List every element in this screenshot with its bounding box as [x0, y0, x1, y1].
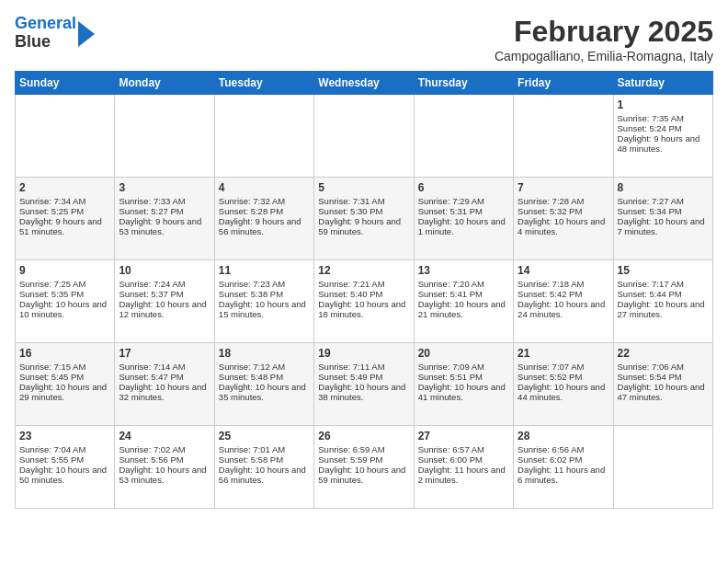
day-content: Daylight: 10 hours and 12 minutes. [119, 299, 210, 319]
page-header: General Blue February 2025 Campogalliano… [15, 15, 713, 63]
table-row: 14Sunrise: 7:18 AMSunset: 5:42 PMDayligh… [514, 260, 613, 343]
table-row: 17Sunrise: 7:14 AMSunset: 5:47 PMDayligh… [115, 343, 214, 426]
day-content: Daylight: 10 hours and 35 minutes. [219, 382, 310, 402]
day-content: Sunrise: 7:12 AM [219, 362, 310, 372]
day-number: 11 [219, 264, 310, 277]
day-content: Daylight: 9 hours and 53 minutes. [119, 216, 210, 236]
day-content: Sunset: 5:52 PM [518, 372, 609, 382]
table-row [214, 95, 313, 178]
day-content: Daylight: 10 hours and 15 minutes. [219, 299, 310, 319]
calendar-title: February 2025 [495, 15, 713, 49]
table-row: 11Sunrise: 7:23 AMSunset: 5:38 PMDayligh… [214, 260, 313, 343]
table-row [16, 95, 115, 178]
table-row: 26Sunrise: 6:59 AMSunset: 5:59 PMDayligh… [314, 426, 414, 509]
day-content: Daylight: 10 hours and 7 minutes. [618, 216, 709, 236]
table-row [514, 95, 613, 178]
day-content: Daylight: 10 hours and 10 minutes. [19, 299, 110, 319]
day-number: 27 [418, 430, 509, 442]
day-content: Sunrise: 7:20 AM [418, 279, 509, 289]
table-row: 16Sunrise: 7:15 AMSunset: 5:45 PMDayligh… [16, 343, 115, 426]
day-number: 23 [19, 430, 110, 442]
day-number: 10 [119, 264, 210, 277]
day-number: 14 [518, 264, 609, 277]
day-content: Daylight: 10 hours and 24 minutes. [518, 299, 609, 319]
day-content: Sunset: 5:30 PM [318, 206, 409, 216]
day-number: 16 [19, 347, 110, 360]
logo-line1: General [15, 14, 76, 32]
header-saturday: Saturday [613, 72, 712, 95]
day-number: 8 [618, 181, 709, 194]
table-row: 8Sunrise: 7:27 AMSunset: 5:34 PMDaylight… [613, 178, 712, 260]
day-content: Daylight: 10 hours and 41 minutes. [418, 382, 509, 402]
day-content: Sunrise: 7:04 AM [19, 444, 110, 454]
header-wednesday: Wednesday [314, 72, 414, 95]
day-content: Sunrise: 7:01 AM [219, 444, 310, 454]
header-tuesday: Tuesday [214, 72, 313, 95]
table-row: 21Sunrise: 7:07 AMSunset: 5:52 PMDayligh… [514, 343, 613, 426]
day-number: 21 [518, 347, 609, 360]
day-content: Sunset: 5:44 PM [618, 289, 709, 299]
calendar-subtitle: Campogalliano, Emilia-Romagna, Italy [495, 49, 713, 63]
table-row: 20Sunrise: 7:09 AMSunset: 5:51 PMDayligh… [414, 343, 513, 426]
day-number: 9 [19, 264, 110, 277]
day-content: Sunrise: 7:25 AM [19, 279, 110, 289]
calendar-header-row: Sunday Monday Tuesday Wednesday Thursday… [16, 72, 713, 95]
table-row: 22Sunrise: 7:06 AMSunset: 5:54 PMDayligh… [613, 343, 712, 426]
day-number: 1 [618, 98, 709, 111]
day-content: Sunset: 5:38 PM [219, 289, 310, 299]
day-content: Sunrise: 7:06 AM [618, 362, 709, 372]
table-row: 5Sunrise: 7:31 AMSunset: 5:30 PMDaylight… [314, 178, 414, 260]
day-content: Daylight: 10 hours and 21 minutes. [418, 299, 509, 319]
day-content: Daylight: 9 hours and 48 minutes. [618, 133, 709, 154]
day-content: Daylight: 10 hours and 1 minute. [418, 216, 509, 236]
day-content: Sunset: 5:37 PM [119, 289, 210, 299]
day-content: Daylight: 10 hours and 47 minutes. [618, 382, 709, 402]
day-content: Daylight: 11 hours and 2 minutes. [418, 465, 509, 485]
day-content: Sunrise: 7:28 AM [518, 196, 609, 206]
day-content: Sunrise: 7:11 AM [318, 362, 409, 372]
day-content: Sunrise: 6:56 AM [518, 444, 609, 454]
calendar-week-row: 2Sunrise: 7:34 AMSunset: 5:25 PMDaylight… [16, 178, 713, 260]
day-number: 19 [318, 347, 409, 360]
table-row: 10Sunrise: 7:24 AMSunset: 5:37 PMDayligh… [115, 260, 214, 343]
day-content: Daylight: 10 hours and 27 minutes. [618, 299, 709, 319]
table-row: 24Sunrise: 7:02 AMSunset: 5:56 PMDayligh… [115, 426, 214, 509]
day-content: Sunrise: 7:23 AM [219, 279, 310, 289]
table-row: 4Sunrise: 7:32 AMSunset: 5:28 PMDaylight… [214, 178, 313, 260]
day-number: 26 [318, 430, 409, 442]
day-number: 5 [318, 181, 409, 194]
day-content: Sunrise: 7:02 AM [119, 444, 210, 454]
title-block: February 2025 Campogalliano, Emilia-Roma… [495, 15, 713, 63]
table-row: 27Sunrise: 6:57 AMSunset: 6:00 PMDayligh… [414, 426, 513, 509]
day-content: Daylight: 10 hours and 53 minutes. [119, 465, 210, 485]
day-number: 28 [518, 430, 609, 442]
day-content: Daylight: 11 hours and 6 minutes. [518, 465, 609, 485]
day-content: Sunset: 5:51 PM [418, 372, 509, 382]
day-content: Sunset: 5:31 PM [418, 206, 509, 216]
day-content: Sunset: 5:47 PM [119, 372, 210, 382]
day-content: Daylight: 9 hours and 59 minutes. [318, 216, 409, 236]
day-number: 18 [219, 347, 310, 360]
day-content: Sunrise: 7:14 AM [119, 362, 210, 372]
day-content: Sunrise: 7:27 AM [618, 196, 709, 206]
header-friday: Friday [514, 72, 613, 95]
day-content: Sunset: 5:35 PM [19, 289, 110, 299]
day-content: Sunset: 5:55 PM [19, 454, 110, 465]
day-content: Sunset: 5:41 PM [418, 289, 509, 299]
day-content: Sunrise: 7:17 AM [618, 279, 709, 289]
table-row: 3Sunrise: 7:33 AMSunset: 5:27 PMDaylight… [115, 178, 214, 260]
day-content: Sunset: 5:32 PM [518, 206, 609, 216]
day-content: Sunrise: 7:33 AM [119, 196, 210, 206]
table-row [613, 426, 712, 509]
logo: General Blue [15, 15, 95, 52]
table-row [115, 95, 214, 178]
day-content: Sunset: 6:00 PM [418, 454, 509, 465]
table-row: 28Sunrise: 6:56 AMSunset: 6:02 PMDayligh… [514, 426, 613, 509]
table-row: 19Sunrise: 7:11 AMSunset: 5:49 PMDayligh… [314, 343, 414, 426]
day-number: 24 [119, 430, 210, 442]
day-content: Daylight: 10 hours and 32 minutes. [119, 382, 210, 402]
day-content: Sunset: 5:25 PM [19, 206, 110, 216]
day-content: Sunset: 5:45 PM [19, 372, 110, 382]
day-number: 20 [418, 347, 509, 360]
day-number: 25 [219, 430, 310, 442]
